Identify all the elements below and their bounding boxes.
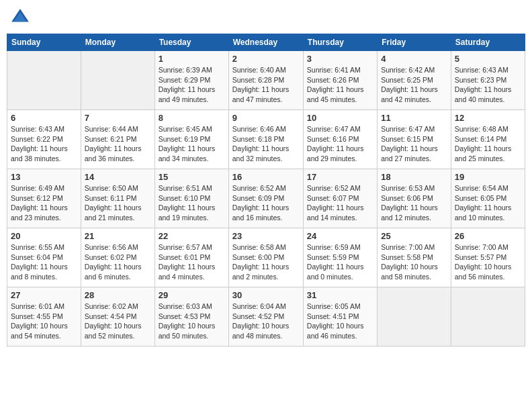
header-day-tuesday: Tuesday [154,34,228,51]
day-number: 21 [85,231,151,241]
day-cell [7,51,81,110]
day-cell: 25Sunrise: 7:00 AM Sunset: 5:58 PM Dayli… [378,228,451,287]
day-info: Sunrise: 6:54 AM Sunset: 6:05 PM Dayligh… [455,183,521,223]
day-cell: 17Sunrise: 6:52 AM Sunset: 6:07 PM Dayli… [303,169,377,228]
day-number: 30 [232,290,300,300]
day-cell: 20Sunrise: 6:55 AM Sunset: 6:04 PM Dayli… [7,228,81,287]
day-cell: 27Sunrise: 6:01 AM Sunset: 4:55 PM Dayli… [7,287,81,347]
week-row-5: 27Sunrise: 6:01 AM Sunset: 4:55 PM Dayli… [7,287,525,347]
day-cell: 9Sunrise: 6:46 AM Sunset: 6:18 PM Daylig… [228,110,303,169]
day-cell: 26Sunrise: 7:00 AM Sunset: 5:57 PM Dayli… [451,228,525,287]
day-cell: 7Sunrise: 6:44 AM Sunset: 6:21 PM Daylig… [81,110,154,169]
day-info: Sunrise: 6:40 AM Sunset: 6:28 PM Dayligh… [232,65,300,105]
day-cell: 6Sunrise: 6:43 AM Sunset: 6:22 PM Daylig… [7,110,81,169]
day-number: 13 [11,172,77,182]
day-number: 14 [85,172,151,182]
header-row: SundayMondayTuesdayWednesdayThursdayFrid… [7,34,525,51]
day-number: 7 [85,113,151,123]
day-number: 11 [381,113,447,123]
day-info: Sunrise: 6:43 AM Sunset: 6:22 PM Dayligh… [11,124,77,164]
day-info: Sunrise: 6:02 AM Sunset: 4:54 PM Dayligh… [85,302,151,341]
day-number: 19 [455,172,521,182]
day-number: 16 [232,172,300,182]
day-info: Sunrise: 7:00 AM Sunset: 5:57 PM Dayligh… [455,242,521,282]
logo-icon [9,7,31,28]
day-number: 31 [307,290,373,300]
day-info: Sunrise: 6:50 AM Sunset: 6:11 PM Dayligh… [85,183,151,223]
day-number: 6 [11,113,77,123]
day-info: Sunrise: 6:39 AM Sunset: 6:29 PM Dayligh… [159,65,225,105]
day-info: Sunrise: 6:52 AM Sunset: 6:07 PM Dayligh… [307,183,373,223]
day-number: 25 [381,231,447,241]
calendar-body: 1Sunrise: 6:39 AM Sunset: 6:29 PM Daylig… [7,51,525,347]
day-number: 24 [307,231,373,241]
day-info: Sunrise: 6:04 AM Sunset: 4:52 PM Dayligh… [232,302,300,341]
day-cell: 11Sunrise: 6:47 AM Sunset: 6:15 PM Dayli… [378,110,451,169]
day-number: 2 [232,54,300,64]
week-row-1: 1Sunrise: 6:39 AM Sunset: 6:29 PM Daylig… [7,51,525,110]
day-cell [451,287,525,347]
day-info: Sunrise: 6:56 AM Sunset: 6:02 PM Dayligh… [85,242,151,282]
day-number: 20 [11,231,77,241]
day-cell: 3Sunrise: 6:41 AM Sunset: 6:26 PM Daylig… [303,51,377,110]
day-number: 10 [307,113,373,123]
day-info: Sunrise: 6:57 AM Sunset: 6:01 PM Dayligh… [159,242,225,282]
day-info: Sunrise: 6:47 AM Sunset: 6:15 PM Dayligh… [381,124,447,164]
day-number: 26 [455,231,521,241]
logo [9,7,34,28]
day-cell: 15Sunrise: 6:51 AM Sunset: 6:10 PM Dayli… [154,169,228,228]
day-number: 18 [381,172,447,182]
day-cell: 5Sunrise: 6:43 AM Sunset: 6:23 PM Daylig… [451,51,525,110]
day-number: 3 [307,54,373,64]
day-cell: 10Sunrise: 6:47 AM Sunset: 6:16 PM Dayli… [303,110,377,169]
day-cell: 1Sunrise: 6:39 AM Sunset: 6:29 PM Daylig… [154,51,228,110]
day-info: Sunrise: 6:59 AM Sunset: 5:59 PM Dayligh… [307,242,373,282]
day-info: Sunrise: 7:00 AM Sunset: 5:58 PM Dayligh… [381,242,447,282]
day-info: Sunrise: 6:55 AM Sunset: 6:04 PM Dayligh… [11,242,77,282]
day-info: Sunrise: 6:03 AM Sunset: 4:53 PM Dayligh… [159,302,225,341]
header-day-saturday: Saturday [451,34,525,51]
day-info: Sunrise: 6:05 AM Sunset: 4:51 PM Dayligh… [307,302,373,341]
day-cell: 24Sunrise: 6:59 AM Sunset: 5:59 PM Dayli… [303,228,377,287]
day-info: Sunrise: 6:01 AM Sunset: 4:55 PM Dayligh… [11,302,77,341]
day-info: Sunrise: 6:41 AM Sunset: 6:26 PM Dayligh… [307,65,373,105]
day-number: 28 [85,290,151,300]
day-info: Sunrise: 6:45 AM Sunset: 6:19 PM Dayligh… [159,124,225,164]
day-cell: 16Sunrise: 6:52 AM Sunset: 6:09 PM Dayli… [228,169,303,228]
day-cell: 28Sunrise: 6:02 AM Sunset: 4:54 PM Dayli… [81,287,154,347]
header-day-sunday: Sunday [7,34,81,51]
day-number: 23 [232,231,300,241]
day-number: 15 [159,172,225,182]
day-cell: 8Sunrise: 6:45 AM Sunset: 6:19 PM Daylig… [154,110,228,169]
day-cell: 23Sunrise: 6:58 AM Sunset: 6:00 PM Dayli… [228,228,303,287]
day-info: Sunrise: 6:51 AM Sunset: 6:10 PM Dayligh… [159,183,225,223]
day-cell: 12Sunrise: 6:48 AM Sunset: 6:14 PM Dayli… [451,110,525,169]
day-number: 1 [159,54,225,64]
day-cell: 19Sunrise: 6:54 AM Sunset: 6:05 PM Dayli… [451,169,525,228]
day-info: Sunrise: 6:48 AM Sunset: 6:14 PM Dayligh… [455,124,521,164]
calendar-table: SundayMondayTuesdayWednesdayThursdayFrid… [7,34,525,347]
day-number: 4 [381,54,447,64]
header-day-wednesday: Wednesday [228,34,303,51]
day-cell: 18Sunrise: 6:53 AM Sunset: 6:06 PM Dayli… [378,169,451,228]
day-number: 12 [455,113,521,123]
header-day-thursday: Thursday [303,34,377,51]
day-cell: 21Sunrise: 6:56 AM Sunset: 6:02 PM Dayli… [81,228,154,287]
day-info: Sunrise: 6:52 AM Sunset: 6:09 PM Dayligh… [232,183,300,223]
day-cell: 30Sunrise: 6:04 AM Sunset: 4:52 PM Dayli… [228,287,303,347]
day-number: 29 [159,290,225,300]
day-number: 9 [232,113,300,123]
week-row-4: 20Sunrise: 6:55 AM Sunset: 6:04 PM Dayli… [7,228,525,287]
day-number: 27 [11,290,77,300]
calendar-header: SundayMondayTuesdayWednesdayThursdayFrid… [7,34,525,51]
day-info: Sunrise: 6:44 AM Sunset: 6:21 PM Dayligh… [85,124,151,164]
day-info: Sunrise: 6:58 AM Sunset: 6:00 PM Dayligh… [232,242,300,282]
day-number: 5 [455,54,521,64]
day-cell: 13Sunrise: 6:49 AM Sunset: 6:12 PM Dayli… [7,169,81,228]
day-cell: 4Sunrise: 6:42 AM Sunset: 6:25 PM Daylig… [378,51,451,110]
day-cell [378,287,451,347]
day-info: Sunrise: 6:49 AM Sunset: 6:12 PM Dayligh… [11,183,77,223]
day-cell [81,51,154,110]
page-header [7,7,525,28]
week-row-3: 13Sunrise: 6:49 AM Sunset: 6:12 PM Dayli… [7,169,525,228]
